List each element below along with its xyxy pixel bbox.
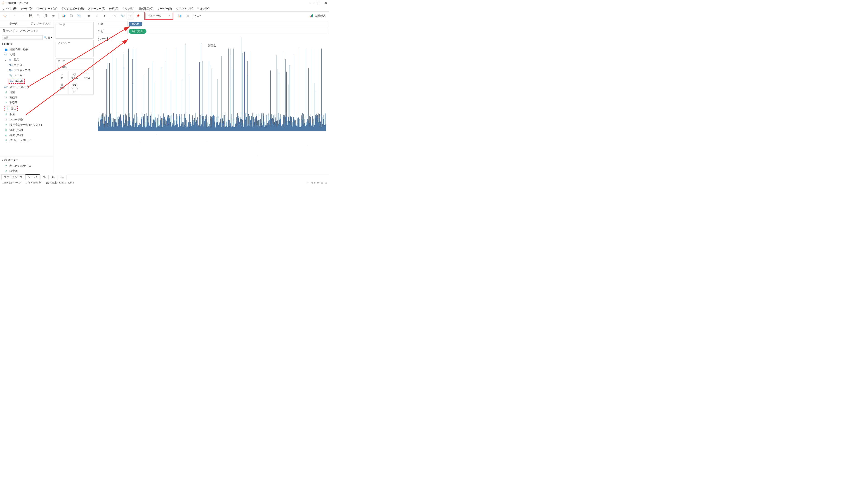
- show-cards-button[interactable]: 📊▾: [176, 12, 184, 20]
- swap-button[interactable]: ⇄: [86, 12, 93, 20]
- tab-datasource[interactable]: ⊞データ ソース: [1, 174, 25, 180]
- color-shelf[interactable]: ⠿色: [56, 71, 68, 81]
- field-item[interactable]: Abcメジャー ネーム: [0, 85, 54, 90]
- clear-button[interactable]: 📉▾: [75, 12, 83, 20]
- tabs-icon[interactable]: ▤: [324, 181, 327, 184]
- chart-area[interactable]: 製品名 Accos 画鋲, 各種サイズAdvantus 輪ゴム, メタルBarr…: [97, 43, 327, 174]
- menu-story[interactable]: ストーリー(T): [88, 7, 105, 11]
- new-dashboard-tab[interactable]: ⊞₊: [49, 175, 57, 180]
- field-item[interactable]: Abcカテゴリ: [0, 62, 54, 68]
- bar[interactable]: [282, 52, 282, 131]
- bar[interactable]: [203, 61, 203, 131]
- pin-button[interactable]: 📌: [134, 12, 142, 20]
- new-datasource-button[interactable]: 🗄▾: [35, 12, 42, 20]
- menu-analysis[interactable]: 分析(A): [109, 7, 118, 11]
- view-icon[interactable]: ▦: [48, 36, 50, 39]
- expand-icon[interactable]: ⌄: [4, 58, 6, 61]
- forward-button[interactable]: →: [19, 12, 26, 20]
- bar[interactable]: [144, 75, 144, 131]
- bar[interactable]: [314, 83, 314, 131]
- bar[interactable]: [230, 55, 230, 131]
- back-button[interactable]: ←: [11, 12, 19, 20]
- menu-data[interactable]: データ(D): [21, 7, 33, 11]
- search-icon[interactable]: 🔍: [43, 36, 47, 39]
- field-item[interactable]: Abc製品名: [0, 78, 54, 85]
- field-item[interactable]: =#レコード数: [0, 117, 54, 122]
- field-item[interactable]: Abcサブカテゴリ: [0, 68, 54, 73]
- close-icon[interactable]: ✕: [324, 1, 327, 5]
- bar[interactable]: [182, 80, 182, 131]
- bar[interactable]: [128, 48, 129, 131]
- menu-file[interactable]: ファイル(F): [2, 7, 17, 11]
- bar[interactable]: [282, 83, 282, 131]
- bar[interactable]: [326, 125, 326, 131]
- field-item[interactable]: ⊕緯度 (生成): [0, 133, 54, 138]
- field-item[interactable]: ⌄品製品: [0, 57, 54, 62]
- menu-server[interactable]: サーバー(S): [157, 7, 172, 11]
- columns-shelf[interactable]: ⦙⦙⦙列 製品名: [96, 21, 328, 27]
- columns-pill[interactable]: 製品名: [129, 22, 143, 26]
- sort-desc-button[interactable]: ⬇: [101, 12, 108, 20]
- field-item[interactable]: #利益: [0, 90, 54, 95]
- next-icon[interactable]: ▶: [314, 181, 316, 184]
- bar[interactable]: [116, 58, 116, 131]
- menu-caret-icon[interactable]: ▾: [51, 36, 52, 39]
- rows-pill[interactable]: 合計(売上): [129, 29, 147, 34]
- mark-type-dropdown[interactable]: ⫾⫾ 自動 ▾: [57, 65, 92, 70]
- field-item[interactable]: #数量: [0, 112, 54, 117]
- menu-dashboard[interactable]: ダッシュボード(B): [61, 7, 84, 11]
- tab-analytics[interactable]: アナリティクス: [27, 20, 54, 27]
- field-item[interactable]: Abc地域: [0, 52, 54, 57]
- bar[interactable]: [148, 68, 149, 131]
- duplicate-button[interactable]: ⿻: [68, 12, 75, 20]
- bar[interactable]: [209, 61, 209, 131]
- bar[interactable]: [136, 48, 136, 131]
- maximize-icon[interactable]: ☐: [318, 1, 320, 5]
- new-worksheet-tab[interactable]: ⊞₊: [40, 175, 49, 180]
- minimize-icon[interactable]: —: [310, 1, 313, 5]
- search-input[interactable]: [2, 35, 42, 40]
- save-button[interactable]: 💾: [27, 12, 34, 20]
- bar[interactable]: [230, 48, 231, 131]
- field-item[interactable]: ⊕経度 (生成): [0, 127, 54, 133]
- bar[interactable]: [107, 64, 108, 131]
- prev-icon[interactable]: ◀: [311, 181, 313, 184]
- filmstrip-icon[interactable]: ▦: [321, 181, 323, 184]
- fit-dropdown[interactable]: ビュー全体 ▾: [145, 13, 173, 19]
- parameter-item[interactable]: #利益ビンのサイズ: [0, 163, 54, 168]
- bar[interactable]: [245, 51, 245, 131]
- sheet-title[interactable]: シート 1: [95, 35, 329, 43]
- sort-asc-button[interactable]: ⬆: [93, 12, 101, 20]
- text-button[interactable]: T: [127, 12, 134, 20]
- bar[interactable]: [113, 46, 113, 131]
- tab-sheet1[interactable]: シート 1: [25, 174, 40, 180]
- new-worksheet-button[interactable]: 📊▾: [60, 12, 67, 20]
- bar[interactable]: [133, 48, 133, 131]
- share-button[interactable]: ⚬⚊⚬: [194, 12, 202, 20]
- bar[interactable]: [311, 48, 311, 131]
- highlight-button[interactable]: ✎▾: [111, 12, 119, 20]
- label-shelf[interactable]: Tラベル: [81, 71, 93, 81]
- datasource-row[interactable]: 🗄 サンプル - スーパーストア: [0, 28, 54, 34]
- field-item[interactable]: 👥利益の高い顧客: [0, 47, 54, 52]
- menu-format[interactable]: 書式設定(O): [138, 7, 153, 11]
- parameter-item[interactable]: #得意客: [0, 168, 54, 174]
- new-story-tab[interactable]: ▭₊: [58, 175, 66, 180]
- bar[interactable]: [212, 68, 212, 131]
- tooltip-shelf[interactable]: 💬ツールヒ…: [68, 81, 81, 95]
- size-shelf[interactable]: ◔サイズ: [68, 71, 81, 81]
- menu-help[interactable]: ヘルプ(H): [197, 7, 209, 11]
- tableau-icon[interactable]: [1, 12, 8, 20]
- group-button[interactable]: 📎▾: [119, 12, 126, 20]
- menu-map[interactable]: マップ(M): [122, 7, 134, 11]
- bar[interactable]: [250, 52, 250, 131]
- detail-shelf[interactable]: ⊞詳細: [56, 81, 68, 95]
- field-item[interactable]: #割引率: [0, 100, 54, 105]
- filters-card[interactable]: フィルター: [56, 40, 94, 57]
- field-item[interactable]: #売上: [0, 105, 54, 112]
- field-item[interactable]: #メジャー バリュー: [0, 138, 54, 143]
- bar[interactable]: [243, 56, 243, 131]
- presentation-button[interactable]: ▭: [184, 12, 191, 20]
- first-icon[interactable]: ⏮: [307, 181, 309, 184]
- bar[interactable]: [247, 61, 248, 131]
